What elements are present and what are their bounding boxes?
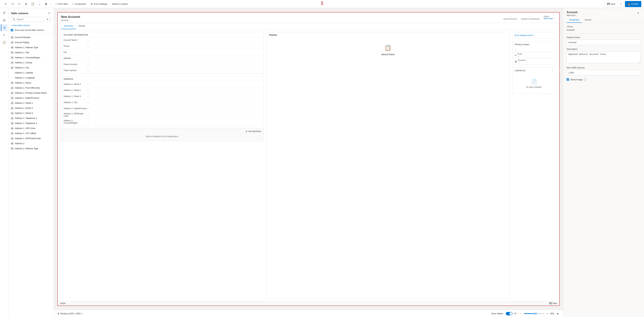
sidebar-clipboard-button[interactable]: 📋 xyxy=(1,39,8,46)
column-item-12[interactable]: abAddress 1: State/Province xyxy=(8,95,54,101)
sidebar-table-button[interactable]: ⊟ xyxy=(1,24,8,31)
save-button[interactable]: 💾 Save xyxy=(604,1,618,7)
column-item-18[interactable]: abAddress 1: UPS Zone xyxy=(8,126,54,131)
country-value[interactable]: --- xyxy=(87,121,261,123)
show-unused-checkbox[interactable] xyxy=(11,29,13,31)
tab-properties[interactable]: Properties xyxy=(566,17,582,23)
tab-details[interactable]: Details xyxy=(76,23,88,29)
form-left-col: ACCOUNT INFORMATION Account Name * --- P… xyxy=(61,32,264,298)
parent-account-value[interactable]: --- xyxy=(87,63,261,65)
field-parent-account: Parent Account --- xyxy=(61,61,264,67)
show-image-checkbox[interactable] xyxy=(566,78,569,81)
column-item-16[interactable]: abAddress 1: Telephone 2 xyxy=(8,116,54,121)
description-textarea[interactable]: Updated default Account form. xyxy=(566,51,641,63)
undo-button[interactable]: ↩ xyxy=(3,1,9,7)
sidebar-grid-button[interactable]: ⊞ xyxy=(1,17,8,23)
new-column-button[interactable]: + New table column xyxy=(11,23,52,28)
city-value[interactable]: --- xyxy=(87,101,261,104)
get-directions-button[interactable]: ⊕ Get Directions xyxy=(64,130,261,133)
column-item-3[interactable]: abAddress 1: City xyxy=(8,50,54,55)
props-subtitle: Main form xyxy=(566,14,578,16)
zoom-slider[interactable] xyxy=(524,313,544,314)
zoom-fit-button[interactable]: ⊕ xyxy=(556,312,560,316)
toggle-switch[interactable] xyxy=(506,312,512,315)
column-name: Address 1: Address Type xyxy=(15,46,38,49)
website-value[interactable]: --- xyxy=(87,57,261,59)
redo-button[interactable]: ↪ xyxy=(10,1,16,7)
form-settings-button[interactable]: ⚙ Form settings xyxy=(89,1,109,7)
column-item-19[interactable]: abAddress 1: UTC Offset xyxy=(8,131,54,136)
column-item-6[interactable]: abAddress 1: Fax xyxy=(8,65,54,70)
bottom-right: Show Hidden Off − + 66% ⊕ xyxy=(491,312,560,316)
street1-value[interactable]: --- xyxy=(87,83,261,85)
switch-classic-button[interactable]: Switch to classic xyxy=(110,1,130,7)
col-icon: ab xyxy=(11,81,14,84)
column-item-21[interactable]: abAddress 2 xyxy=(8,141,54,146)
column-item-4[interactable]: abAddress 1: Country/Region xyxy=(8,55,54,60)
search-input[interactable] xyxy=(17,18,45,20)
col-icon: ab xyxy=(11,41,14,44)
component-button[interactable]: + Component xyxy=(70,1,88,7)
paste-button[interactable]: 📋 xyxy=(30,1,36,7)
cut-button[interactable]: ✂ xyxy=(16,1,22,7)
contacts-section: CONTACTS ⋮ 📄 No data available. xyxy=(512,67,556,94)
column-item-1[interactable]: abAccount Rating xyxy=(8,40,54,45)
street3-label: Address 1: Street 3 xyxy=(64,95,87,97)
column-name: Address 1: State/Province xyxy=(15,97,39,99)
form-save-button[interactable]: 💾 Save xyxy=(549,302,557,305)
country-label: Address 1: Country/Region xyxy=(64,119,87,124)
column-item-10[interactable]: abAddress 1: Post Office Box xyxy=(8,85,54,90)
column-item-17[interactable]: abAddress 1: Telephone 3 xyxy=(8,121,54,126)
publish-label: Publish xyxy=(631,3,638,5)
owner-name[interactable]: Matt Peart xyxy=(544,17,553,20)
show-hidden-toggle[interactable]: Off xyxy=(506,312,516,315)
zoom-minus-button[interactable]: − xyxy=(519,312,522,315)
columns-list: abAccount NumberabAccount RatingabAddres… xyxy=(8,34,54,317)
show-hidden-label: Show Hidden xyxy=(491,313,503,315)
column-item-7[interactable]: Address 1: Latitude xyxy=(8,70,54,75)
panel-close-button[interactable]: ✕ xyxy=(47,11,52,15)
display-name-input[interactable] xyxy=(566,39,641,45)
column-item-20[interactable]: abAddress 1: ZIP/Postal Code xyxy=(8,136,54,141)
save-dropdown[interactable]: ▾ xyxy=(618,1,624,7)
column-item-8[interactable]: Address 1: Longitude xyxy=(8,75,54,80)
street2-value[interactable]: --- xyxy=(87,89,261,91)
publish-button[interactable]: 📤 Publish xyxy=(625,1,641,7)
column-item-9[interactable]: abAddress 1: Name xyxy=(8,80,54,85)
form-footer: Active 💾 Save xyxy=(58,301,559,306)
zip-value[interactable]: --- xyxy=(87,114,261,116)
props-close-button[interactable]: ✕ xyxy=(636,11,641,15)
street3-value[interactable]: --- xyxy=(87,95,261,97)
fax-value[interactable]: --- xyxy=(87,51,261,53)
more-button[interactable]: ⌄ xyxy=(36,1,42,7)
contacts-more-icon[interactable]: ⋮ xyxy=(551,69,554,72)
contacts-title: CONTACTS xyxy=(515,69,526,72)
device-selector[interactable]: 🖥 Desktop (1920 x 1080) ∨ xyxy=(57,313,83,315)
column-item-5[interactable]: abAddress 1: County xyxy=(8,60,54,65)
column-item-0[interactable]: abAccount Number xyxy=(8,35,54,40)
zoom-plus-button[interactable]: + xyxy=(546,312,549,315)
delete-button[interactable]: 🗑 xyxy=(43,1,49,7)
account-name-value[interactable]: --- xyxy=(87,39,261,41)
column-item-11[interactable]: abAddress 1: Primary Contact Name xyxy=(8,90,54,95)
col-icon xyxy=(11,71,14,74)
column-item-15[interactable]: abAddress 1: Street 3 xyxy=(8,111,54,116)
column-item-13[interactable]: abAddress 1: Street 1 xyxy=(8,101,54,106)
max-width-input[interactable] xyxy=(566,70,641,75)
owner-field: Owner Matt Peart ⌄ xyxy=(544,15,556,20)
ticker-value[interactable]: --- xyxy=(87,69,261,72)
copy-button[interactable]: ⧉ xyxy=(23,1,29,7)
sidebar-menu-button[interactable]: ☰ xyxy=(1,9,8,16)
tab-summary[interactable]: Summary xyxy=(61,23,76,29)
phone-value[interactable]: --- xyxy=(87,45,261,47)
show-image-info-icon[interactable]: i xyxy=(584,78,586,81)
sidebar-layers-button[interactable]: ≡ xyxy=(1,32,8,38)
tab-events[interactable]: Events xyxy=(582,17,594,23)
business-icon: 🏢 xyxy=(515,60,517,63)
filter-button[interactable]: ▼ ⌄ xyxy=(46,18,51,20)
column-item-2[interactable]: abAddress 1: Address Type xyxy=(8,45,54,50)
column-item-22[interactable]: abAddress 2: Address Type xyxy=(8,146,54,151)
state-value[interactable]: --- xyxy=(87,107,261,110)
column-item-14[interactable]: abAddress 1: Street 2 xyxy=(8,106,54,111)
form-field-button[interactable]: + Form field xyxy=(54,1,70,7)
